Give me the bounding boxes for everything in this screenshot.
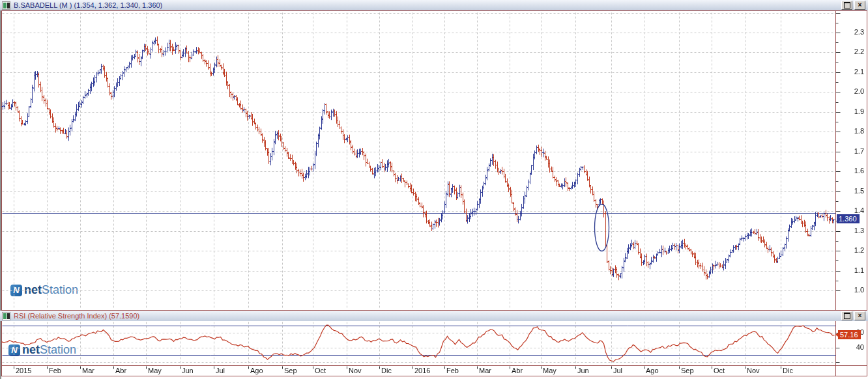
rsi-axis-label: 40 (842, 343, 864, 351)
month-label: Feb (49, 367, 61, 374)
chart-panel-icon (2, 1, 10, 10)
month-label: 2015 (16, 367, 31, 374)
month-label: Ago (250, 367, 263, 374)
month-label: Mar (479, 367, 491, 374)
rsi-title: RSI (Relative Strength Index) (57.1590) (14, 311, 139, 321)
month-label: May (148, 367, 162, 374)
price-axis-label: 1.7 (842, 147, 864, 155)
price-axis-label: 1.6 (842, 167, 864, 175)
price-axis-label: 1.8 (842, 127, 864, 135)
month-label: Dic (783, 367, 793, 374)
price-axis-label: 2.3 (842, 28, 864, 36)
month-label: Jul (216, 367, 225, 374)
price-axis-label: 1.1 (842, 266, 864, 274)
month-label: Nov (349, 367, 362, 374)
close-button[interactable]: × (854, 1, 865, 10)
rsi-maximize-button[interactable] (841, 311, 852, 320)
maximize-button[interactable] (841, 1, 852, 10)
price-axis-label: 1.9 (842, 107, 864, 115)
month-label: Oct (714, 367, 725, 374)
price-axis-label: 2.2 (842, 48, 864, 55)
month-label: May (543, 367, 557, 374)
price-axis-label: 1.4 (842, 206, 864, 214)
rsi-close-button[interactable]: × (854, 311, 865, 320)
month-label: Oct (315, 367, 326, 374)
price-axis-label: 2.0 (842, 87, 864, 95)
month-label: 2016 (414, 367, 430, 374)
month-label: Sep (681, 367, 694, 374)
rsi-panel-icon (2, 312, 10, 320)
month-label: Ago (646, 367, 659, 374)
month-label: Jun (577, 367, 589, 374)
price-axis-label: 1.0 (842, 286, 864, 294)
month-label: Abr (115, 367, 126, 374)
maximize-icon (844, 2, 850, 8)
price-axis-label: 1.5 (842, 187, 864, 195)
month-label: Sep (284, 367, 297, 374)
month-label: Jun (182, 367, 194, 374)
price-axis-label: 1.3 (842, 227, 864, 234)
last-price-tag: 1.360 (837, 214, 860, 223)
main-chart-titlebar[interactable]: B.SABADELL (M ) (1.354, 1.362, 1.340, 1.… (0, 0, 868, 10)
price-axis-label: 1.2 (842, 246, 864, 254)
rsi-titlebar[interactable]: RSI (Relative Strength Index) (57.1590) … (0, 311, 868, 321)
chart-canvas[interactable] (0, 0, 868, 379)
month-label: Feb (446, 367, 459, 374)
month-label: Mar (82, 367, 94, 374)
maximize-icon (844, 313, 850, 319)
month-label: Jul (613, 367, 622, 374)
close-icon: × (858, 313, 862, 319)
price-axis-label: 2.1 (842, 68, 864, 76)
month-label: Abr (512, 367, 523, 374)
rsi-value-tag: 57.16 (838, 330, 861, 339)
netstation-window: N net Station N net Station B.SABADELL (… (0, 0, 868, 379)
month-label: Nov (747, 367, 760, 374)
close-icon: × (858, 2, 862, 8)
window-edge (0, 0, 1, 379)
month-label: Dic (381, 367, 392, 374)
main-chart-title: B.SABADELL (M ) (1.354, 1.362, 1.340, 1.… (14, 0, 162, 10)
